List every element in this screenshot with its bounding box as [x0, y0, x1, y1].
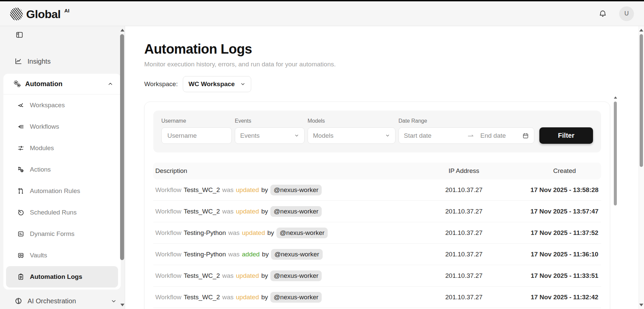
desc-prefix: Workflow [155, 251, 181, 258]
filter-panel: Username Events Events Models [153, 111, 601, 152]
avatar[interactable]: U [619, 6, 634, 21]
calendar-icon[interactable] [522, 132, 529, 139]
column-created: Created [528, 167, 601, 175]
table-row: Workflow Tests_WC_2 was updated by @nexu… [153, 287, 601, 308]
logs-table: Description IP Address Created Workflow … [153, 163, 601, 308]
content-scroll-up-arrow[interactable] [614, 97, 617, 99]
end-date-placeholder: End date [480, 132, 522, 139]
scheduled-runs-icon [17, 209, 24, 216]
desc-action: updated [236, 186, 259, 194]
desc-action: updated [236, 208, 259, 215]
automation-rules-icon [17, 187, 24, 195]
sidebar-item-label: Automation [25, 80, 62, 88]
table-row: Workflow Tests_WC_2 was updated by @nexu… [153, 265, 601, 287]
sidebar-item-automation-logs[interactable]: Automation Logs [6, 266, 118, 288]
workspace-label: Workspace: [144, 80, 178, 88]
desc-by: by [261, 272, 268, 280]
sidebar-item-label: Automation Rules [30, 187, 80, 195]
log-ip: 201.10.37.27 [400, 208, 528, 215]
table-row: Workflow Tests_WC_2 was updated by @nexu… [153, 201, 601, 222]
sidebar-item-label: Vaults [30, 252, 47, 259]
sidebar-item-scheduled-runs[interactable]: Scheduled Runs [6, 202, 118, 223]
date-arrow-icon [468, 133, 474, 138]
sidebar-item-label: Dynamic Forms [30, 230, 74, 238]
log-description: Workflow Tests_WC_2 was updated by @nexu… [153, 270, 400, 281]
sidebar-item-label: AI Orchestration [28, 297, 76, 305]
topbar: Global AI U [0, 1, 644, 26]
username-input-wrap [161, 127, 232, 144]
chevron-down-icon [240, 81, 246, 87]
desc-workflow-name: Tests_WC_2 [184, 294, 220, 301]
user-pill: @nexus-worker [270, 292, 322, 303]
sidebar-item-automation-rules[interactable]: Automation Rules [6, 180, 118, 202]
models-filter-label: Models [308, 118, 395, 124]
main-content: Automation Logs Monitor execution histor… [125, 26, 644, 309]
log-ip: 201.10.37.27 [400, 251, 528, 258]
log-ip: 201.10.37.27 [400, 294, 528, 301]
events-select-placeholder: Events [240, 132, 260, 139]
automation-icon [13, 80, 21, 88]
column-description: Description [153, 167, 400, 175]
insights-icon [14, 57, 22, 65]
workspaces-icon [17, 102, 24, 109]
sidebar-nav: Insights Automation [0, 52, 125, 309]
window-scroll-up-arrow[interactable] [639, 29, 643, 32]
date-range-label: Date Range [398, 118, 534, 124]
sidebar-item-vaults[interactable]: Vaults [6, 245, 118, 266]
events-filter-label: Events [235, 118, 305, 124]
sidebar-group-automation: Automation Wo [3, 74, 121, 290]
sidebar-item-insights[interactable]: Insights [0, 52, 125, 71]
sidebar-item-workspaces[interactable]: Workspaces [6, 95, 118, 116]
page-title: Automation Logs [144, 42, 644, 57]
table-header: Description IP Address Created [153, 163, 601, 179]
desc-by: by [262, 251, 269, 258]
desc-by: by [261, 186, 268, 194]
sidebar-scroll-up-arrow[interactable] [120, 29, 124, 32]
desc-by: by [267, 229, 274, 237]
sidebar-item-automation[interactable]: Automation [3, 74, 121, 95]
sidebar-item-ai-orchestration[interactable]: AI Orchestration [0, 292, 125, 309]
table-row: Workflow Tests_WC_2 was updated by @nexu… [153, 179, 601, 201]
log-description: Workflow Tests_WC_2 was updated by @nexu… [153, 185, 400, 195]
desc-workflow-name: Testing-Python [184, 229, 226, 237]
desc-action: added [242, 251, 260, 258]
log-description: Workflow Tests_WC_2 was updated by @nexu… [153, 292, 400, 303]
window-scroll-down-arrow[interactable] [639, 304, 643, 306]
logo-mark-icon [10, 8, 23, 20]
sidebar-item-label: Insights [28, 58, 51, 65]
sidebar-scroll-down-arrow[interactable] [120, 304, 124, 306]
desc-prefix: Workflow [155, 186, 181, 194]
sidebar-item-workflows[interactable]: Workflows [6, 116, 118, 137]
log-description: Workflow Tests_WC_2 was updated by @nexu… [153, 206, 400, 217]
sidebar-toggle-icon[interactable] [15, 31, 125, 39]
table-row: Workflow Testing-Python was added by @ne… [153, 244, 601, 265]
sidebar-item-actions[interactable]: Actions [6, 159, 118, 180]
workspace-select[interactable]: WC Workspace [183, 76, 251, 92]
desc-by: by [261, 294, 268, 301]
desc-verb: was [228, 229, 239, 237]
desc-action: updated [236, 272, 259, 280]
log-created: 17 Nov 2025 - 13:57:47 [528, 208, 601, 215]
dynamic-forms-icon [17, 230, 24, 238]
sidebar-item-label: Automation Logs [30, 273, 82, 281]
models-select[interactable]: Models [308, 127, 395, 144]
filter-button[interactable]: Filter [539, 127, 593, 144]
log-description: Workflow Testing-Python was added by @ne… [153, 249, 400, 260]
user-pill: @nexus-worker [270, 185, 322, 195]
content-scrollbar-thumb[interactable] [614, 102, 617, 205]
desc-verb: was [228, 251, 239, 258]
desc-prefix: Workflow [155, 272, 181, 280]
vaults-icon [17, 252, 24, 259]
bell-icon[interactable] [598, 9, 607, 18]
sidebar-scrollbar-thumb[interactable] [120, 34, 124, 260]
sidebar-item-modules[interactable]: Modules [6, 137, 118, 159]
date-range-input[interactable]: Start date End date [398, 127, 534, 144]
username-input[interactable] [167, 128, 226, 143]
window-scrollbar-thumb[interactable] [640, 34, 643, 167]
log-ip: 201.10.37.27 [400, 272, 528, 280]
user-pill: @nexus-worker [271, 249, 322, 260]
sidebar-item-dynamic-forms[interactable]: Dynamic Forms [6, 223, 118, 245]
log-created: 17 Nov 2025 - 11:36:10 [528, 251, 601, 258]
workspace-select-value: WC Workspace [189, 80, 235, 88]
events-select[interactable]: Events [235, 127, 305, 144]
